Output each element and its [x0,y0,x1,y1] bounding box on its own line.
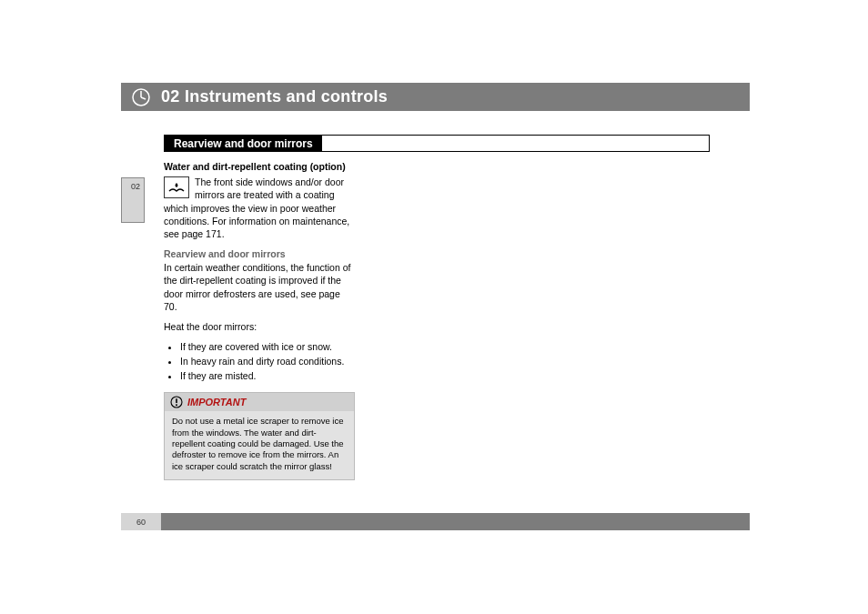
list-item: If they are covered with ice or snow. [180,340,355,353]
section-title-row: Rearview and door mirrors [164,135,710,152]
list-item: In heavy rain and dirty road conditions. [180,355,355,367]
heat-intro: Heat the door mirrors: [164,320,355,333]
coating-paragraph: The front side windows and/or door mirro… [164,176,349,239]
chapter-title: 02 Instruments and controls [161,87,388,106]
chapter-tab-number: 02 [131,182,140,191]
section-title-spacer [322,136,709,151]
list-item: If they are misted. [180,369,355,382]
chapter-icon [121,83,161,111]
callout-body: Do not use a metal ice scraper to remove… [165,411,354,479]
water-repellent-icon [164,176,189,198]
page-number: 60 [121,513,161,530]
callout-header: IMPORTANT [165,393,354,412]
alert-icon [170,396,183,408]
subheading-coating: Water and dirt-repellent coating (option… [164,160,355,173]
svg-point-5 [176,404,177,406]
coating-paragraph-block: The front side windows and/or door mirro… [164,176,355,240]
subheading-mirrors: Rearview and door mirrors [164,247,355,260]
section-title: Rearview and door mirrors [165,136,322,151]
chapter-header-bar: 02 Instruments and controls [121,83,750,111]
heat-conditions-list: If they are covered with ice or snow. In… [164,340,355,383]
chapter-side-tab: 02 [121,177,145,223]
important-callout: IMPORTANT Do not use a metal ice scraper… [164,392,355,481]
callout-title: IMPORTANT [187,396,246,409]
page-footer-bar: 60 [121,513,750,530]
mirrors-paragraph: In certain weather conditions, the funct… [164,261,355,313]
body-column: Water and dirt-repellent coating (option… [164,160,355,480]
svg-line-2 [141,97,146,99]
